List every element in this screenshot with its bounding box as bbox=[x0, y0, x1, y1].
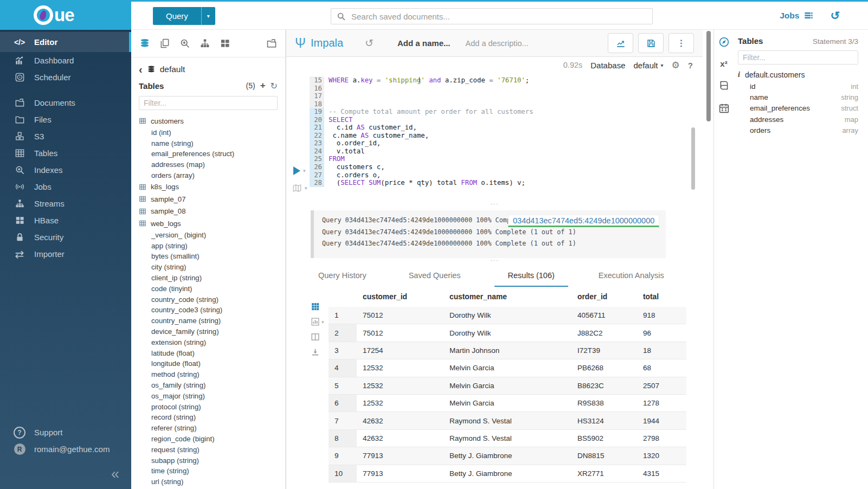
table-row[interactable]: 412532Melvin GarciaPB626868 bbox=[329, 359, 686, 377]
code-line[interactable]: 23 o.order_id, bbox=[310, 139, 683, 147]
databases-source-icon[interactable] bbox=[139, 38, 150, 49]
column-item[interactable]: url (string) bbox=[139, 477, 278, 487]
table-row[interactable]: 742632Raymond S. VestalHS31241944 bbox=[329, 412, 686, 429]
code-line[interactable]: 28 (SELECT SUM(price * qty) total FROM o… bbox=[310, 179, 683, 187]
database-select[interactable]: default▾ bbox=[634, 61, 664, 70]
jobs-label[interactable]: Jobs bbox=[780, 11, 799, 21]
chart-button[interactable] bbox=[608, 33, 633, 53]
column-item[interactable]: app (string) bbox=[139, 240, 278, 251]
new-query-button[interactable]: Query ▾ bbox=[153, 7, 215, 25]
code-line[interactable]: 21 c.id AS customer_id, bbox=[310, 124, 683, 132]
column-item[interactable]: id (int) bbox=[139, 127, 278, 138]
sidebar-item-s3[interactable]: S3 bbox=[0, 128, 131, 145]
chart-view-icon[interactable]: ▾ bbox=[311, 317, 324, 326]
grid-view-icon[interactable] bbox=[311, 302, 320, 311]
table-row[interactable]: 842632Raymond S. VestalBS59022798 bbox=[329, 429, 686, 447]
column-item[interactable]: client_ip (string) bbox=[139, 273, 278, 284]
column-header[interactable]: order_id bbox=[571, 287, 637, 307]
language-reference-icon[interactable] bbox=[718, 80, 730, 91]
editor-history-icon[interactable]: ↺ bbox=[365, 37, 374, 49]
column-item[interactable]: request (string) bbox=[139, 444, 278, 455]
column-item[interactable]: orders (array) bbox=[139, 170, 278, 181]
assistant-compass-icon[interactable] bbox=[718, 36, 730, 48]
column-item[interactable]: protocol (string) bbox=[139, 401, 278, 412]
column-item[interactable]: city (string) bbox=[139, 262, 278, 273]
tab-results-106-[interactable]: Results (106) bbox=[494, 271, 568, 287]
table-row[interactable]: 175012Dorothy Wilk4056711918 bbox=[329, 307, 686, 324]
active-table-name[interactable]: default.customers bbox=[745, 70, 805, 79]
sidebar-item-scheduler[interactable]: Scheduler bbox=[0, 69, 131, 86]
table-row[interactable]: 1077913Betty J. GiambroneXR27714315 bbox=[329, 465, 686, 482]
global-search[interactable] bbox=[331, 8, 653, 24]
tab-saved-queries[interactable]: Saved Queries bbox=[409, 271, 461, 287]
column-item[interactable]: bytes (smallint) bbox=[139, 251, 278, 262]
documents-source-icon[interactable] bbox=[159, 38, 170, 49]
save-button[interactable] bbox=[638, 33, 664, 53]
code-line[interactable]: 27 c.orders o, bbox=[310, 171, 683, 179]
table-row[interactable]: 977913Betty J. GiambroneDN88151320 bbox=[329, 447, 686, 465]
query-button-label[interactable]: Query bbox=[153, 7, 201, 25]
assist-filter-input[interactable] bbox=[139, 96, 278, 110]
tab-query-history[interactable]: Query History bbox=[318, 271, 367, 287]
table-row[interactable]: 317254Martin JohnsonI72T3918 bbox=[329, 342, 686, 359]
results-resize-handle[interactable]: ··· bbox=[286, 258, 703, 264]
code-line[interactable]: 15WHERE a.key = 'shipping' and a.zip_cod… bbox=[310, 76, 683, 85]
code-line[interactable]: 25FROM bbox=[310, 155, 683, 163]
code-line[interactable]: 18 bbox=[310, 100, 683, 108]
info-icon[interactable]: i bbox=[738, 70, 740, 79]
more-actions-button[interactable]: ⋮ bbox=[668, 33, 694, 53]
table-item[interactable]: k8s_logs bbox=[139, 181, 278, 193]
column-item[interactable]: country_code (string) bbox=[139, 294, 278, 305]
column-item[interactable]: subapp (string) bbox=[139, 455, 278, 466]
code-line[interactable]: 22 c.name AS customer_name, bbox=[310, 132, 683, 140]
sidebar-item-dashboard[interactable]: Dashboard bbox=[0, 52, 131, 69]
schema-field-row[interactable]: idint bbox=[738, 81, 858, 92]
column-item[interactable]: code (tinyint) bbox=[139, 283, 278, 294]
sidebar-item-indexes[interactable]: Indexes bbox=[0, 162, 131, 178]
sidebar-item-streams[interactable]: Streams bbox=[0, 195, 131, 212]
column-item[interactable]: latitude (float) bbox=[139, 348, 278, 358]
engine-name[interactable]: Impala bbox=[311, 37, 343, 49]
folder-source-icon[interactable] bbox=[266, 38, 277, 49]
explain-caret-icon[interactable]: ▾ bbox=[305, 185, 307, 191]
sitemap-source-icon[interactable] bbox=[200, 38, 210, 49]
refresh-tables-icon[interactable]: ↻ bbox=[271, 81, 278, 91]
tab-execution-analysis[interactable]: Execution Analysis bbox=[599, 271, 664, 287]
table-item[interactable]: customers bbox=[139, 115, 278, 127]
table-row[interactable]: 512532Melvin GarciaB8623C2507 bbox=[329, 377, 686, 394]
column-item[interactable]: country_code3 (string) bbox=[139, 305, 278, 316]
table-row[interactable]: 275012Dorothy WilkJ882C296 bbox=[329, 324, 686, 342]
schema-field-row[interactable]: namestring bbox=[738, 92, 858, 102]
search-input[interactable] bbox=[350, 11, 647, 22]
code-line[interactable]: 20SELECT bbox=[310, 116, 683, 124]
right-filter-input[interactable] bbox=[738, 50, 858, 65]
schema-field-row[interactable]: addressesmap bbox=[738, 114, 858, 125]
column-item[interactable]: _version_ (bigint) bbox=[139, 229, 278, 240]
query-name-field[interactable]: Add a name... bbox=[397, 38, 451, 48]
hue-logo[interactable]: ue bbox=[0, 0, 131, 30]
code-line[interactable]: 17 bbox=[310, 92, 683, 100]
add-table-icon[interactable]: + bbox=[260, 80, 266, 91]
search-source-icon[interactable] bbox=[179, 38, 190, 49]
sidebar-collapse-icon[interactable]: « bbox=[111, 467, 119, 481]
column-item[interactable]: extension (string) bbox=[139, 337, 278, 348]
sidebar-item-files[interactable]: Files bbox=[0, 111, 131, 128]
column-item[interactable]: longitude (float) bbox=[139, 358, 278, 369]
functions-icon[interactable]: x² bbox=[720, 59, 727, 68]
column-item[interactable]: country_name (string) bbox=[139, 316, 278, 326]
schedule-calendar-icon[interactable] bbox=[718, 102, 730, 114]
table-row[interactable]: 612532Melvin GarciaR9S8381278 bbox=[329, 394, 686, 411]
current-database[interactable]: default bbox=[160, 65, 185, 74]
back-chevron-icon[interactable]: ‹ bbox=[139, 64, 143, 75]
table-item[interactable]: sample_07 bbox=[139, 193, 278, 205]
download-results-icon[interactable] bbox=[311, 348, 320, 357]
code-line[interactable]: 24 v.total bbox=[310, 147, 683, 156]
column-header[interactable]: customer_name bbox=[443, 287, 571, 307]
sql-editor[interactable]: 15WHERE a.key = 'shipping' and a.zip_cod… bbox=[286, 73, 703, 202]
query-id-tooltip[interactable]: 034d413ec7474ed5:4249de1000000000 bbox=[508, 215, 659, 227]
active-table-row[interactable]: i default.customers bbox=[738, 70, 858, 79]
sidebar-item-security[interactable]: Security bbox=[0, 229, 131, 246]
apps-source-icon[interactable] bbox=[220, 38, 230, 49]
schema-field-row[interactable]: ordersarray bbox=[738, 125, 858, 136]
editor-scrollbar[interactable] bbox=[691, 127, 695, 190]
